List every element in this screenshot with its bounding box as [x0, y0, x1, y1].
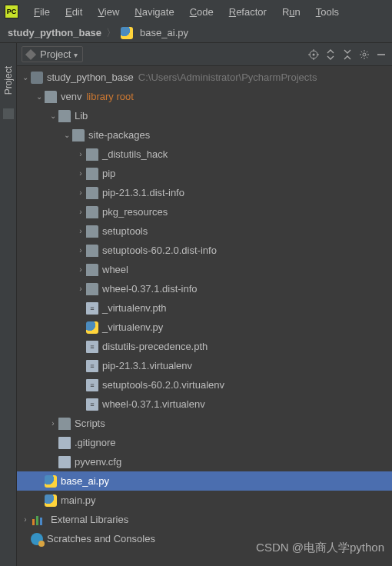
- app-icon: PC: [5, 5, 18, 18]
- tree-node-folder[interactable]: ›wheel-0.37.1.dist-info: [17, 279, 392, 298]
- tree-label: pip-21.3.1.virtualenv: [102, 360, 192, 371]
- menu-view[interactable]: View: [93, 5, 124, 19]
- hide-icon[interactable]: [375, 48, 387, 61]
- tree-node-pyvenv-cfg[interactable]: · pyvenv.cfg: [17, 452, 392, 471]
- menu-navigate[interactable]: Navigate: [130, 5, 178, 19]
- library-root-hint: library root: [86, 91, 133, 102]
- tree-label: pkg_resources: [102, 206, 168, 218]
- text-file-icon: [86, 341, 98, 353]
- arrow-collapsed-icon[interactable]: ›: [75, 169, 86, 178]
- tree-node-folder[interactable]: ›pkg_resources: [17, 202, 392, 221]
- python-file-icon: [45, 475, 57, 488]
- menu-refactor[interactable]: Refactor: [224, 5, 271, 19]
- arrow-expanded-icon[interactable]: ⌄: [48, 112, 58, 120]
- expand-all-icon[interactable]: [324, 48, 337, 61]
- tree-label: Scratches and Consoles: [47, 533, 155, 544]
- tree-root-path: C:\Users\Administrator\PycharmProjects: [138, 72, 317, 83]
- arrow-collapsed-icon[interactable]: ›: [20, 515, 31, 524]
- tree-label: distutils-precedence.pth: [102, 341, 208, 352]
- arrow-collapsed-icon[interactable]: ›: [75, 265, 86, 274]
- svg-point-6: [363, 53, 366, 56]
- cfg-file-icon: [58, 456, 71, 468]
- project-view-icon: [25, 48, 36, 59]
- project-view-selector[interactable]: Project: [22, 46, 83, 62]
- folder-icon: [86, 264, 98, 276]
- tree-node-folder[interactable]: ›_distutils_hack: [17, 145, 392, 164]
- folder-icon: [86, 245, 98, 257]
- text-file-icon: [86, 360, 98, 372]
- project-tree[interactable]: ⌄ study_python_base C:\Users\Administrat…: [17, 66, 392, 566]
- main-area: Project Project: [0, 43, 392, 566]
- tree-label: wheel-0.37.1.dist-info: [102, 283, 198, 295]
- arrow-expanded-icon[interactable]: ⌄: [61, 131, 72, 139]
- python-file-icon: [121, 27, 133, 39]
- arrow-collapsed-icon[interactable]: ›: [75, 150, 86, 158]
- tree-root-label: study_python_base: [47, 72, 134, 83]
- folder-icon: [86, 206, 98, 218]
- tree-node-folder[interactable]: ›pip: [17, 164, 392, 183]
- text-file-icon: [86, 398, 98, 411]
- tree-label: wheel-0.37.1.virtualenv: [102, 398, 205, 410]
- tree-label: _virtualenv.py: [102, 321, 163, 333]
- breadcrumb-project[interactable]: study_python_base: [8, 27, 101, 38]
- tree-node-file[interactable]: ·_virtualenv.pth: [17, 298, 392, 318]
- tree-node-folder[interactable]: ›pip-21.3.1.dist-info: [17, 183, 392, 202]
- arrow-collapsed-icon[interactable]: ›: [75, 285, 86, 293]
- arrow-collapsed-icon[interactable]: ›: [75, 246, 86, 255]
- libraries-icon: [31, 514, 43, 525]
- arrow-expanded-icon[interactable]: ⌄: [20, 73, 31, 82]
- menu-run[interactable]: Run: [277, 5, 305, 19]
- tree-node-venv[interactable]: ⌄ venv library root: [17, 87, 392, 106]
- menu-edit[interactable]: Edit: [61, 5, 87, 19]
- tree-node-lib[interactable]: ⌄ Lib: [17, 106, 392, 125]
- settings-icon[interactable]: [358, 48, 370, 61]
- menu-file[interactable]: File: [29, 5, 55, 19]
- project-folder-icon: [31, 72, 43, 84]
- arrow-collapsed-icon[interactable]: ›: [75, 227, 86, 235]
- tree-root[interactable]: ⌄ study_python_base C:\Users\Administrat…: [17, 68, 392, 87]
- tree-node-external-libraries[interactable]: › External Libraries: [17, 510, 392, 529]
- arrow-collapsed-icon[interactable]: ›: [75, 208, 86, 216]
- tree-node-folder[interactable]: ›setuptools: [17, 221, 392, 241]
- project-panel-header: Project: [17, 43, 392, 66]
- arrow-collapsed-icon[interactable]: ›: [75, 188, 86, 197]
- tree-node-scripts[interactable]: › Scripts: [17, 414, 392, 433]
- project-panel: Project ⌄: [17, 43, 392, 566]
- tree-label: _distutils_hack: [102, 148, 168, 160]
- tree-node-base-ai-py[interactable]: · base_ai.py: [17, 471, 392, 491]
- tree-label: Lib: [75, 110, 88, 122]
- tree-label: setuptools-60.2.0.virtualenv: [102, 379, 224, 391]
- tree-label: venv: [61, 91, 81, 102]
- tree-node-site-packages[interactable]: ⌄ site-packages: [17, 125, 392, 145]
- tree-node-folder[interactable]: ›setuptools-60.2.0.dist-info: [17, 241, 392, 260]
- tree-label: setuptools: [102, 225, 148, 237]
- breadcrumb-bar: study_python_base 〉 base_ai.py: [0, 23, 392, 43]
- arrow-expanded-icon[interactable]: ⌄: [34, 92, 45, 101]
- folder-icon: [45, 91, 57, 103]
- menu-bar: PC File Edit View Navigate Code Refactor…: [0, 0, 392, 23]
- tree-label: pip: [102, 168, 115, 179]
- arrow-collapsed-icon[interactable]: ›: [48, 419, 58, 428]
- tree-node-folder[interactable]: ›wheel: [17, 260, 392, 279]
- sidebar-tabstrip: Project: [0, 43, 17, 566]
- menu-tools[interactable]: Tools: [311, 5, 344, 19]
- text-file-icon: [86, 302, 98, 315]
- python-file-icon: [45, 494, 57, 507]
- tree-node-file[interactable]: ·setuptools-60.2.0.virtualenv: [17, 375, 392, 395]
- tree-label: wheel: [102, 264, 128, 275]
- menu-code[interactable]: Code: [185, 5, 218, 19]
- tree-node-file[interactable]: ·pip-21.3.1.virtualenv: [17, 356, 392, 375]
- sidebar-tab-structure-icon[interactable]: [3, 108, 14, 119]
- tree-node-file[interactable]: ·_virtualenv.py: [17, 318, 392, 337]
- tree-label: main.py: [61, 494, 96, 506]
- locate-icon[interactable]: [307, 48, 320, 61]
- collapse-all-icon[interactable]: [341, 48, 354, 61]
- tree-node-file[interactable]: ·distutils-precedence.pth: [17, 337, 392, 356]
- breadcrumb-file-label: base_ai.py: [140, 27, 188, 38]
- tree-node-file[interactable]: ·wheel-0.37.1.virtualenv: [17, 395, 392, 414]
- sidebar-tab-project[interactable]: Project: [3, 66, 14, 95]
- folder-icon: [86, 168, 98, 180]
- breadcrumb-file[interactable]: base_ai.py: [121, 27, 188, 39]
- tree-node-gitignore[interactable]: · .gitignore: [17, 433, 392, 452]
- tree-node-main-py[interactable]: · main.py: [17, 491, 392, 510]
